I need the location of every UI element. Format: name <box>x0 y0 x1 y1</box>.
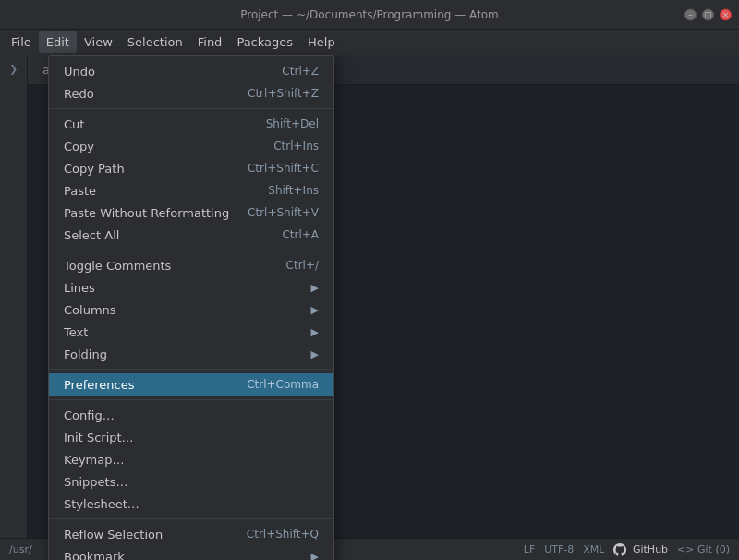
status-line-ending[interactable]: LF <box>524 543 535 555</box>
status-left: /usr/ <box>9 543 32 555</box>
menu-edit[interactable]: Edit <box>39 31 77 53</box>
maximize-button[interactable]: □ <box>702 8 714 20</box>
separator-4 <box>49 399 333 400</box>
window-title: Project — ~/Documents/Programming — Atom <box>240 8 499 21</box>
status-grammar[interactable]: XML <box>583 543 604 555</box>
menu-bookmark[interactable]: Bookmark ▶ <box>49 545 333 560</box>
separator-5 <box>49 518 333 519</box>
menu-folding[interactable]: Folding ▶ <box>49 343 333 365</box>
sidebar: ❯ <box>0 55 28 538</box>
close-button[interactable]: × <box>720 8 732 20</box>
git-status[interactable]: <> Git (0) <box>677 543 730 555</box>
window-controls: – □ × <box>684 8 732 20</box>
menu-paste-without-reformatting[interactable]: Paste Without Reformatting Ctrl+Shift+V <box>49 201 333 224</box>
status-right: LF UTF-8 XML GitHub <> Git (0) <box>524 543 730 556</box>
title-bar: Project — ~/Documents/Programming — Atom… <box>0 0 739 30</box>
menu-find[interactable]: Find <box>190 31 230 53</box>
menu-select-all[interactable]: Select All Ctrl+A <box>49 224 333 246</box>
menu-view[interactable]: View <box>77 31 120 53</box>
menu-init-script[interactable]: Init Script… <box>49 426 333 448</box>
menu-lines[interactable]: Lines ▶ <box>49 276 333 298</box>
menu-reflow-selection[interactable]: Reflow Selection Ctrl+Shift+Q <box>49 523 333 545</box>
menu-text[interactable]: Text ▶ <box>49 321 333 343</box>
menu-keymap[interactable]: Keymap… <box>49 448 333 470</box>
menu-undo[interactable]: Undo Ctrl+Z <box>49 60 333 82</box>
menu-cut[interactable]: Cut Shift+Del <box>49 113 333 135</box>
menu-preferences[interactable]: Preferences Ctrl+Comma <box>49 373 333 396</box>
menu-columns[interactable]: Columns ▶ <box>49 298 333 321</box>
menu-copy[interactable]: Copy Ctrl+Ins <box>49 135 333 157</box>
edit-dropdown-menu: Undo Ctrl+Z Redo Ctrl+Shift+Z Cut Shift+… <box>48 55 334 560</box>
status-encoding[interactable]: UTF-8 <box>544 543 574 555</box>
menu-bar: File Edit View Selection Find Packages H… <box>0 30 739 55</box>
menu-paste[interactable]: Paste Shift+Ins <box>49 179 333 201</box>
github-status[interactable]: GitHub <box>613 543 668 556</box>
separator-3 <box>49 369 333 370</box>
menu-redo[interactable]: Redo Ctrl+Shift+Z <box>49 82 333 104</box>
separator-1 <box>49 108 333 109</box>
menu-packages[interactable]: Packages <box>229 31 300 53</box>
menu-stylesheet[interactable]: Stylesheet… <box>49 493 333 515</box>
menu-snippets[interactable]: Snippets… <box>49 470 333 493</box>
status-path[interactable]: /usr/ <box>9 543 32 555</box>
sidebar-chevron[interactable]: ❯ <box>9 63 18 75</box>
menu-toggle-comments[interactable]: Toggle Comments Ctrl+/ <box>49 254 333 276</box>
menu-help[interactable]: Help <box>300 31 343 53</box>
menu-config[interactable]: Config… <box>49 404 333 426</box>
minimize-button[interactable]: – <box>684 8 697 20</box>
menu-copy-path[interactable]: Copy Path Ctrl+Shift+C <box>49 157 333 179</box>
separator-2 <box>49 250 333 250</box>
menu-file[interactable]: File <box>4 31 39 53</box>
menu-selection[interactable]: Selection <box>120 31 190 53</box>
